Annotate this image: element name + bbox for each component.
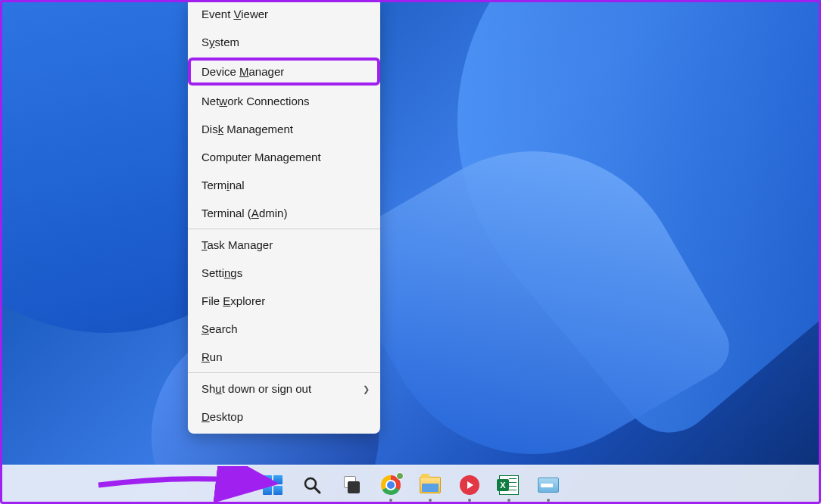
taskbar-app-red[interactable] — [459, 474, 480, 496]
menu-item-task-manager[interactable]: Task Manager — [188, 231, 380, 259]
menu-item-settings[interactable]: Settings — [188, 259, 380, 287]
menu-item-desktop[interactable]: Desktop — [188, 403, 380, 434]
winx-context-menu: Event Viewer System Device Manager Netwo… — [188, 0, 380, 434]
menu-separator — [188, 229, 380, 229]
menu-item-search[interactable]: Search — [188, 315, 380, 343]
menu-item-disk-management[interactable]: Disk Management — [188, 115, 380, 143]
menu-item-device-manager[interactable]: Device Manager — [188, 58, 380, 86]
search-icon — [302, 475, 322, 495]
menu-item-computer-management[interactable]: Computer Management — [188, 143, 380, 171]
run-dialog-icon — [538, 478, 559, 493]
menu-item-system[interactable]: System — [188, 28, 380, 56]
menu-item-shutdown-signout[interactable]: Shut down or sign out ❯ — [188, 375, 380, 403]
menu-separator — [188, 372, 380, 373]
chrome-icon — [381, 475, 401, 495]
menu-item-terminal[interactable]: Terminal — [188, 171, 380, 199]
menu-item-run[interactable]: Run — [188, 343, 380, 371]
desktop: Event Viewer System Device Manager Netwo… — [0, 0, 821, 504]
task-view-button[interactable] — [341, 474, 362, 496]
task-view-icon — [342, 475, 361, 495]
menu-item-event-viewer[interactable]: Event Viewer — [188, 0, 380, 28]
red-circle-icon — [460, 475, 479, 495]
taskbar-app-excel[interactable]: X — [498, 474, 520, 496]
folder-icon — [420, 477, 441, 493]
menu-item-file-explorer[interactable]: File Explorer — [188, 287, 380, 315]
menu-item-network-connections[interactable]: Network Connections — [188, 87, 380, 115]
windows-logo-icon — [263, 475, 283, 495]
start-button[interactable] — [262, 474, 283, 496]
taskbar-app-file-explorer[interactable] — [420, 474, 441, 496]
menu-item-terminal-admin[interactable]: Terminal (Admin) — [188, 199, 380, 227]
chevron-right-icon: ❯ — [363, 384, 370, 394]
svg-point-0 — [305, 478, 316, 489]
taskbar-search-button[interactable] — [301, 474, 323, 496]
taskbar: X — [0, 465, 821, 504]
excel-icon: X — [499, 475, 519, 495]
svg-line-1 — [315, 488, 320, 493]
taskbar-app-run[interactable] — [538, 474, 559, 496]
taskbar-app-chrome[interactable] — [380, 474, 401, 496]
